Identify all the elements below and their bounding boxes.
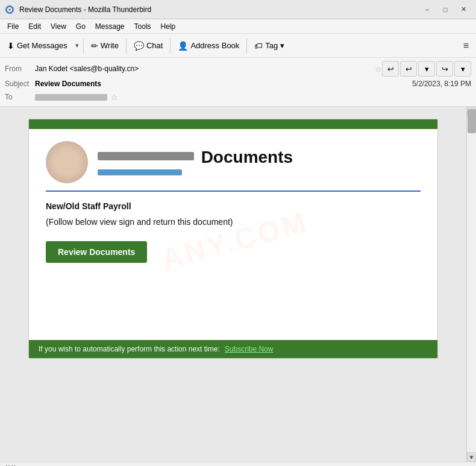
window-controls: − □ ✕ [419,4,471,16]
chat-label: Chat [146,41,163,50]
subscribe-link[interactable]: Subscribe Now [225,345,274,353]
subject-value: Review Documents [35,80,412,88]
get-messages-label: Get Messages [17,41,67,50]
menu-go[interactable]: Go [71,21,90,32]
reply-all-icon: ↩ [406,65,412,74]
content-divider [46,190,421,192]
email-body-scroll[interactable]: ANY.COM Documents [0,107,466,462]
chat-button[interactable]: 💬 Chat [129,36,168,55]
scrollbar-track[interactable]: ▲ ▼ [466,107,476,462]
forward-button[interactable]: ↪ [436,61,453,77]
more-icon: ▾ [461,65,465,74]
email-card-header-bar [29,119,437,129]
address-book-button[interactable]: 👤 Address Book [173,36,244,55]
chat-icon: 💬 [134,41,144,51]
tag-label: Tag [265,41,278,50]
more-actions-button[interactable]: ▾ [454,61,471,77]
email-date: 5/2/2023, 8:19 PM [412,80,471,88]
avatar-image-blurred [46,141,88,183]
sender-info: Documents [98,148,421,177]
maximize-button[interactable]: □ [437,4,453,16]
separator-3 [170,39,171,53]
reply-actions: ↩ ↩ ▾ ↪ ▾ [382,61,471,77]
email-header: From Jan Kodet <sales@b-quality.cn> ☆ ↩ … [0,58,476,107]
separator-2 [126,39,127,53]
more-reply-dropdown[interactable]: ▾ [418,61,435,77]
email-card: ANY.COM Documents [28,119,438,359]
tag-icon: 🏷 [254,41,263,51]
address-book-label: Address Book [190,41,239,50]
subject-row: Subject Review Documents 5/2/2023, 8:19 … [5,77,471,90]
sender-name-blurred [98,152,194,160]
svg-point-2 [8,8,11,11]
forward-icon: ↪ [442,65,448,74]
get-messages-dropdown[interactable]: ▾ [74,39,81,52]
close-button[interactable]: ✕ [456,4,471,16]
sender-avatar [46,141,88,183]
email-card-body: ANY.COM Documents [29,129,437,340]
reply-all-button[interactable]: ↩ [400,61,417,77]
reply-icon: ↩ [387,65,394,74]
minimize-button[interactable]: − [419,4,435,16]
tag-button[interactable]: 🏷 Tag ▾ [249,36,289,55]
instruction-text: (Follow below view sign and return this … [46,217,421,227]
from-star-icon[interactable]: ☆ [375,65,382,74]
scrollbar-thumb[interactable] [468,109,476,133]
write-label: Write [101,41,119,50]
title-bar: Review Documents - Mozilla Thunderbird −… [0,0,476,19]
window-title: Review Documents - Mozilla Thunderbird [19,5,419,14]
write-icon: ✏ [91,41,98,51]
email-body-wrapper: ANY.COM Documents [0,107,476,462]
separator-4 [246,39,247,53]
menu-help[interactable]: Help [156,21,181,32]
review-documents-button[interactable]: Review Documents [46,241,147,263]
to-star-icon[interactable]: ☆ [111,93,118,102]
sender-email-blurred [98,169,182,175]
from-value: Jan Kodet <sales@b-quality.cn> [35,65,375,73]
connection-icon: ((·)) [5,464,16,467]
menu-edit[interactable]: Edit [23,21,46,32]
get-messages-button[interactable]: ⬇ Get Messages [2,36,72,55]
toolbar: ⬇ Get Messages ▾ ✏ Write 💬 Chat 👤 Addres… [0,34,476,58]
menu-tools[interactable]: Tools [130,21,156,32]
reply-button[interactable]: ↩ [382,61,399,77]
get-messages-icon: ⬇ [7,41,14,51]
menu-bar: File Edit View Go Message Tools Help [0,19,476,34]
app-icon [5,5,14,14]
scrollbar-down-arrow[interactable]: ▼ [467,452,476,462]
to-value-blurred [35,94,107,101]
dropdown-icon: ▾ [425,65,429,74]
doc-title: Documents [201,148,293,166]
status-bar: ((·)) [0,462,476,466]
card-content: Documents New/Old Staff Payroll (Follow … [46,141,421,263]
address-book-icon: 👤 [178,41,188,51]
to-label: To [5,93,35,101]
write-button[interactable]: ✏ Write [86,36,124,55]
email-card-footer: If you wish to automatically perform thi… [29,340,437,358]
separator-1 [83,39,84,53]
from-row: From Jan Kodet <sales@b-quality.cn> ☆ ↩ … [5,60,471,77]
card-sender-row: Documents [46,141,421,183]
from-label: From [5,65,35,73]
menu-file[interactable]: File [2,21,23,32]
tag-dropdown-icon: ▾ [280,41,284,50]
menu-message[interactable]: Message [90,21,130,32]
footer-text: If you wish to automatically perform thi… [39,345,220,353]
subject-label: Subject [5,80,35,88]
menu-view[interactable]: View [46,21,71,32]
to-row: To ☆ [5,90,471,104]
payroll-title: New/Old Staff Payroll [46,201,421,211]
hamburger-menu-button[interactable]: ≡ [459,38,474,54]
